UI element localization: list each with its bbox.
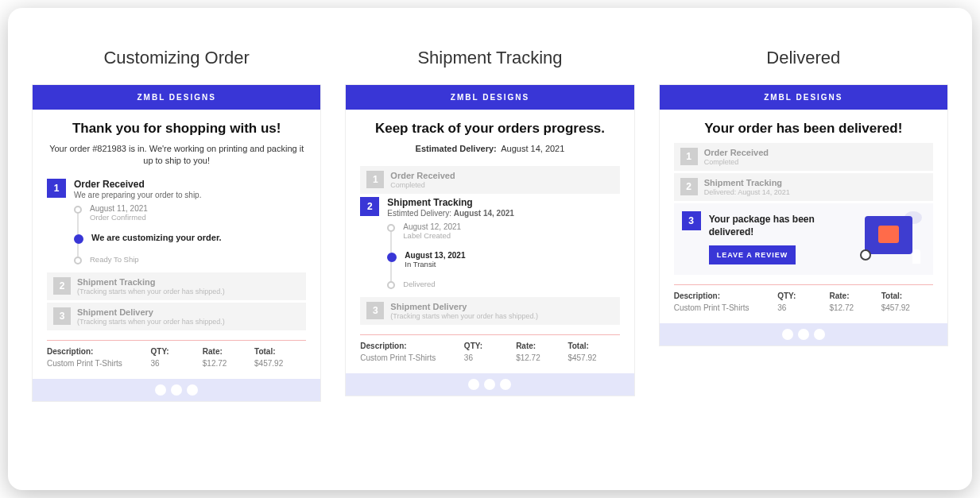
social-icon[interactable] xyxy=(484,379,495,390)
step-2: 2 Shipment Tracking (Tracking starts whe… xyxy=(47,272,306,300)
step-title: Shipment Tracking xyxy=(387,197,619,208)
timeline-item: August 13, 2021In Transit xyxy=(387,251,619,280)
timeline-text: Delivered xyxy=(403,280,435,288)
divider xyxy=(47,340,306,341)
timeline-label: Delivered xyxy=(403,280,435,288)
step-num: 2 xyxy=(680,178,698,195)
step-content: Order Received We are preparing your ord… xyxy=(74,179,306,199)
step-3-delivered: 3 Your package has been delivered! LEAVE… xyxy=(674,203,933,275)
order-table: Description: QTY: Rate: Total: Custom Pr… xyxy=(47,347,306,368)
table-row: Custom Print T-Shirts 36 $12.72 $457.92 xyxy=(674,303,933,312)
step-1: 1 Order Received We are preparing your o… xyxy=(47,179,306,199)
timeline-dot-icon xyxy=(387,224,395,232)
th-desc: Description: xyxy=(47,347,151,356)
social-icon[interactable] xyxy=(814,329,825,340)
timeline-label: Ready To Ship xyxy=(90,255,139,264)
social-icon[interactable] xyxy=(500,379,511,390)
timeline-text: August 11, 2021Order Confirmed xyxy=(90,204,148,222)
leave-review-button[interactable]: LEAVE A REVIEW xyxy=(709,245,796,264)
order-table: Description: QTY: Rate: Total: Custom Pr… xyxy=(360,342,619,362)
timeline-date: August 11, 2021 xyxy=(90,204,148,213)
social-icon[interactable] xyxy=(468,379,479,390)
timeline-dot-icon xyxy=(74,234,83,244)
brand-bar: ZMBL DESIGNS xyxy=(33,85,320,110)
footer-bar xyxy=(660,323,947,346)
social-icon[interactable] xyxy=(171,384,182,396)
th-total: Total: xyxy=(881,291,933,300)
td-desc: Custom Print T-Shirts xyxy=(674,303,778,312)
timeline-label: Order Confirmed xyxy=(90,213,148,222)
brand-bar: ZMBL DESIGNS xyxy=(346,85,633,110)
step-num: 3 xyxy=(53,307,71,325)
step-title: Shipment Tracking xyxy=(77,277,300,287)
card-body: Thank you for shopping with us! Your ord… xyxy=(33,110,320,379)
est-date: August 14, 2021 xyxy=(501,144,564,153)
divider xyxy=(674,284,933,285)
td-desc: Custom Print T-Shirts xyxy=(47,359,151,368)
th-rate: Rate: xyxy=(203,347,254,356)
timeline: August 12, 2021Label CreatedAugust 13, 2… xyxy=(387,222,619,289)
timeline-dot-icon xyxy=(74,206,82,214)
social-icon[interactable] xyxy=(798,329,809,340)
col-customizing: Customizing Order ZMBL DESIGNS Thank you… xyxy=(32,48,321,402)
table-row: Custom Print T-Shirts 36 $12.72 $457.92 xyxy=(360,353,619,362)
headline: Keep track of your orders progress. xyxy=(360,121,619,137)
col-tracking: Shipment Tracking ZMBL DESIGNS Keep trac… xyxy=(345,48,634,396)
step-1: 1 Order Received Completed xyxy=(360,166,619,194)
th-desc: Description: xyxy=(360,342,464,350)
headline: Your order has been delivered! xyxy=(674,121,933,137)
step-sub: Estimted Delivery: August 14, 2021 xyxy=(387,209,619,218)
step-sub: (Tracking starts when your order has shi… xyxy=(390,312,613,320)
td-rate: $12.72 xyxy=(829,303,881,312)
social-icon[interactable] xyxy=(155,384,166,396)
step-num: 2 xyxy=(360,197,379,216)
step-num: 1 xyxy=(680,148,698,165)
step-sub: Completed xyxy=(390,181,613,189)
card-body: Keep track of your orders progress. Esti… xyxy=(346,110,633,373)
timeline-dot-icon xyxy=(74,257,82,264)
card-body: Your order has been delivered! 1 Order R… xyxy=(660,110,947,323)
step-title: Order Received xyxy=(74,179,306,190)
timeline-item: August 11, 2021Order Confirmed xyxy=(74,204,306,233)
step-title: Shipment Delivery xyxy=(390,302,613,311)
email-card-tracking: ZMBL DESIGNS Keep track of your orders p… xyxy=(345,84,634,396)
timeline-text: We are customizing your order. xyxy=(91,233,222,242)
table-head: Description: QTY: Rate: Total: xyxy=(674,291,933,300)
step-sub: We are preparing your order to ship. xyxy=(74,191,306,199)
step-title: Order Received xyxy=(704,148,927,157)
th-qty: QTY: xyxy=(777,291,829,300)
step-sub: Completed xyxy=(704,158,927,166)
td-qty: 36 xyxy=(777,303,829,312)
timeline-item: Ready To Ship xyxy=(74,255,306,264)
timeline-date: August 12, 2021 xyxy=(403,222,461,231)
email-card-delivered: ZMBL DESIGNS Your order has been deliver… xyxy=(659,84,948,346)
step-2: 2 Shipment Tracking Estimted Delivery: A… xyxy=(360,197,619,218)
step-sub: (Tracking starts when your order has shi… xyxy=(77,288,300,295)
social-icon[interactable] xyxy=(782,329,793,340)
step-3: 3 Shipment Delivery (Tracking starts whe… xyxy=(360,297,619,325)
col-title: Delivered xyxy=(766,48,840,68)
th-desc: Description: xyxy=(674,291,778,300)
social-icon[interactable] xyxy=(187,384,198,396)
col-title: Customizing Order xyxy=(103,48,249,68)
footer-bar xyxy=(346,373,633,396)
table-head: Description: QTY: Rate: Total: xyxy=(47,347,306,356)
step-sub: Delivered: August 14, 2021 xyxy=(704,188,927,196)
timeline-item: Delivered xyxy=(387,280,619,289)
timeline-text: August 13, 2021In Transit xyxy=(405,251,465,268)
timeline-dot-icon xyxy=(387,253,397,262)
td-rate: $12.72 xyxy=(516,353,567,362)
email-card-customizing: ZMBL DESIGNS Thank you for shopping with… xyxy=(32,84,321,402)
step-sub: (Tracking starts when your order has shi… xyxy=(77,318,300,326)
timeline-dot-icon xyxy=(387,281,395,289)
col-title: Shipment Tracking xyxy=(417,48,562,68)
th-rate: Rate: xyxy=(516,342,567,350)
footer-bar xyxy=(33,379,320,401)
headline: Thank you for shopping with us! xyxy=(47,121,306,137)
th-qty: QTY: xyxy=(151,347,203,356)
step-title: Shipment Delivery xyxy=(77,307,300,317)
timeline-label: Label Created xyxy=(403,231,461,240)
th-total: Total: xyxy=(254,347,306,356)
timeline-text: August 12, 2021Label Created xyxy=(403,222,461,240)
step-num: 3 xyxy=(366,302,384,319)
